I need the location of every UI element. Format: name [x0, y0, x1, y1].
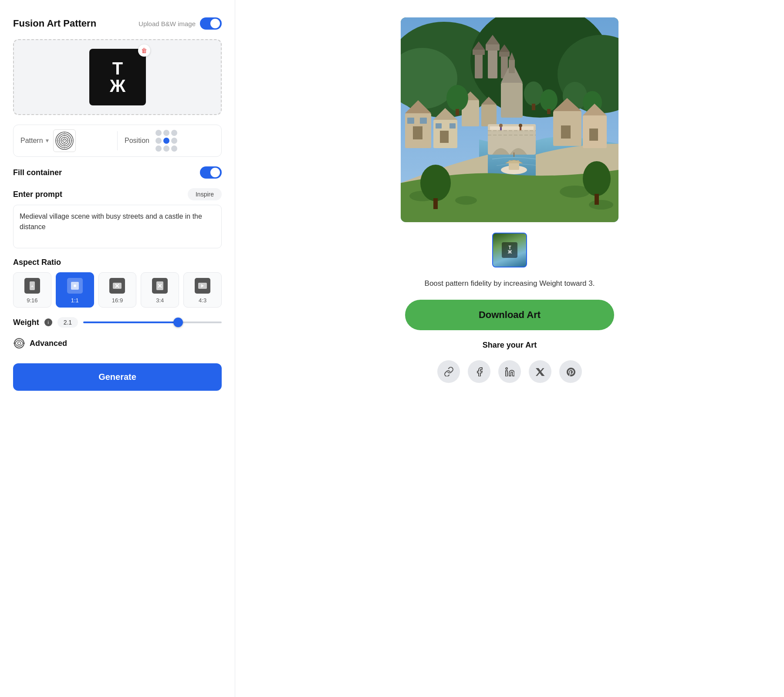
svg-rect-53 — [488, 129, 536, 155]
aspect-3-4-icon — [152, 278, 168, 294]
delete-image-button[interactable]: 🗑 — [138, 44, 150, 57]
svg-rect-28 — [473, 50, 485, 55]
position-right: Position — [125, 130, 214, 152]
pos-mid-right[interactable] — [171, 138, 177, 144]
pattern-dropdown[interactable]: Pattern ▼ — [20, 137, 50, 145]
upload-area[interactable]: Т Ж 🗑 — [13, 39, 222, 115]
svg-rect-65 — [420, 118, 427, 124]
svg-rect-49 — [547, 109, 551, 114]
pattern-position-row: Pattern ▼ Position — [13, 125, 222, 157]
aspect-4-3[interactable]: 4:3 — [183, 272, 222, 308]
share-twitter-button[interactable] — [529, 360, 551, 383]
header-row: Fusion Art Pattern Upload B&W image — [13, 17, 222, 30]
pos-mid-center[interactable] — [163, 138, 169, 144]
aspect-16-9[interactable]: 16:9 — [98, 272, 137, 308]
svg-rect-31 — [486, 44, 500, 51]
aspect-9-16-icon — [24, 278, 40, 294]
aspect-1-1-label: 1:1 — [71, 297, 79, 304]
inspire-button[interactable]: Inspire — [188, 188, 222, 200]
left-panel: Fusion Art Pattern Upload B&W image Т Ж … — [0, 0, 235, 697]
prompt-header: Enter prompt Inspire — [13, 188, 222, 200]
facebook-icon — [474, 367, 484, 376]
advanced-icon — [13, 337, 25, 349]
aspect-4-3-label: 4:3 — [199, 297, 206, 304]
svg-rect-82 — [433, 198, 438, 209]
position-label: Position — [125, 137, 149, 145]
village-scene-svg — [401, 17, 618, 222]
advanced-label: Advanced — [30, 339, 67, 348]
svg-rect-64 — [407, 118, 414, 124]
aspect-ratio-label: Aspect Ratio — [13, 258, 222, 267]
aspect-9-16[interactable]: 9:16 — [13, 272, 51, 308]
svg-point-19 — [18, 342, 21, 345]
pattern-preview[interactable] — [53, 129, 76, 152]
right-panel: ТЖ Boost pattern fidelity by increasing … — [235, 0, 784, 697]
prompt-textarea[interactable]: Medieval village scene with busy streets… — [13, 205, 222, 248]
advanced-row[interactable]: Advanced — [13, 337, 222, 349]
pos-bot-center[interactable] — [163, 145, 169, 152]
svg-point-90 — [506, 368, 507, 369]
pos-top-right[interactable] — [171, 130, 177, 136]
aspect-16-9-label: 16:9 — [112, 297, 123, 304]
prompt-section: Enter prompt Inspire Medieval village sc… — [13, 188, 222, 248]
svg-rect-88 — [520, 127, 521, 130]
svg-point-87 — [519, 124, 522, 127]
aspect-3-4[interactable]: 3:4 — [141, 272, 179, 308]
svg-rect-34 — [499, 52, 510, 57]
pinterest-icon — [566, 367, 575, 376]
aspect-3-4-label: 3:4 — [156, 297, 164, 304]
pos-top-center[interactable] — [163, 130, 169, 136]
weight-slider[interactable] — [83, 321, 222, 323]
fill-container-label: Fill container — [13, 168, 62, 177]
fill-container-toggle[interactable] — [200, 166, 222, 179]
upload-label: Upload B&W image — [139, 20, 196, 27]
svg-rect-55 — [490, 126, 534, 130]
aspect-4-3-icon — [195, 278, 210, 294]
svg-point-9 — [74, 284, 76, 287]
pos-bot-left[interactable] — [155, 145, 162, 152]
linkedin-icon — [505, 367, 514, 376]
image-thumbnail[interactable]: ТЖ — [492, 233, 527, 267]
download-art-button[interactable]: Download Art — [405, 300, 614, 330]
spiral-pattern-icon — [55, 131, 74, 150]
twitter-x-icon — [535, 367, 545, 376]
generate-button[interactable]: Generate — [13, 363, 222, 391]
svg-point-48 — [540, 89, 558, 111]
pos-bot-right[interactable] — [171, 145, 177, 152]
aspect-ratio-grid: 9:16 1:1 16:9 3:4 — [13, 272, 222, 308]
pattern-chevron-icon: ▼ — [45, 138, 50, 144]
pos-mid-left[interactable] — [155, 138, 162, 144]
weight-info-icon[interactable]: i — [44, 318, 52, 326]
generated-image — [401, 17, 618, 222]
fill-container-row: Fill container — [13, 166, 222, 179]
svg-rect-36 — [501, 83, 523, 118]
thumb-logo-overlay: ТЖ — [502, 242, 517, 258]
aspect-ratio-section: Aspect Ratio 9:16 1:1 16:9 — [13, 258, 222, 308]
aspect-1-1[interactable]: 1:1 — [56, 272, 94, 308]
svg-rect-38 — [509, 60, 515, 73]
app-title: Fusion Art Pattern — [13, 18, 96, 29]
weight-row: Weight i 2.1 — [13, 317, 222, 328]
position-grid[interactable] — [155, 130, 177, 152]
svg-rect-76 — [589, 129, 598, 141]
svg-rect-89 — [506, 371, 507, 376]
share-linkedin-button[interactable] — [498, 360, 521, 383]
weight-value: 2.1 — [57, 317, 78, 328]
share-title: Share your Art — [483, 341, 537, 350]
svg-point-44 — [446, 85, 468, 111]
svg-point-85 — [499, 124, 503, 127]
svg-rect-73 — [561, 125, 571, 139]
upload-toggle[interactable] — [200, 17, 222, 30]
thumbnail-row: ТЖ — [492, 233, 527, 267]
pos-top-left[interactable] — [155, 130, 162, 136]
svg-point-81 — [420, 165, 451, 201]
logo-image: Т Ж 🗑 — [89, 49, 146, 105]
svg-rect-27 — [475, 52, 483, 78]
svg-rect-86 — [500, 127, 502, 130]
panel-divider — [117, 131, 118, 150]
share-link-button[interactable] — [437, 360, 460, 383]
logo-display: Т Ж — [110, 60, 125, 95]
svg-rect-63 — [413, 126, 422, 139]
share-facebook-button[interactable] — [468, 360, 490, 383]
share-pinterest-button[interactable] — [559, 360, 582, 383]
